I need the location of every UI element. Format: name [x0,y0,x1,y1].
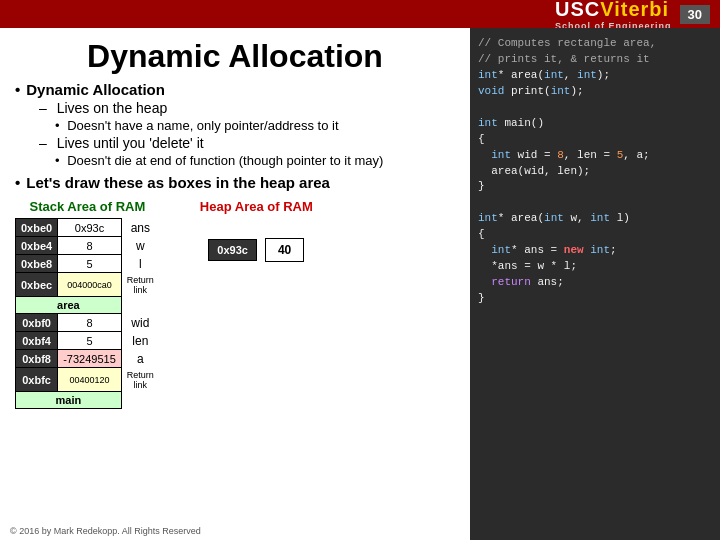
top-bar: USCViterbi School of Engineering 30 [0,0,720,28]
table-row: 0xbf4 5 len [16,332,160,350]
label-return2: Returnlink [121,368,159,392]
val-8b: 8 [58,314,122,332]
addr-0xbf4: 0xbf4 [16,332,58,350]
val-5a: 5 [58,255,122,273]
val-return1: 004000ca0 [58,273,122,297]
val-return2: 00400120 [58,368,122,392]
bullet-dynamic-allocation: Dynamic Allocation [15,81,455,98]
footer: © 2016 by Mark Redekopp. All Rights Rese… [10,526,201,536]
stack-section: Stack Area of RAM 0xbe0 0x93c ans 0xbe4 … [15,199,160,409]
code-line-9: area(wid, len); [478,164,712,180]
table-row: 0xbe4 8 w [16,237,160,255]
heap-address: 0x93c [208,239,257,261]
table-row: 0xbe8 5 l [16,255,160,273]
addr-0xbe4: 0xbe4 [16,237,58,255]
heap-value: 40 [265,238,304,262]
label-l: l [121,255,159,273]
section-divider-main: main [16,392,160,409]
page-title: Dynamic Allocation [87,38,383,74]
table-row: 0xbec 004000ca0 Returnlink [16,273,160,297]
code-line-3: int* area(int, int); [478,68,712,84]
heap-section: Heap Area of RAM 0x93c 40 [200,199,313,262]
dash-lives-heap: Lives on the heap [39,100,455,116]
slide-number: 30 [680,5,710,24]
code-line-7: { [478,132,712,148]
heap-box: 0x93c 40 [208,238,304,262]
code-line-1: // Computes rectangle area, [478,36,712,52]
code-line-8: int wid = 8, len = 5, a; [478,148,712,164]
code-line-2: // prints it, & returns it [478,52,712,68]
sub-doesnt-die: Doesn't die at end of function (though p… [55,153,455,168]
addr-0xbf0: 0xbf0 [16,314,58,332]
addr-0xbf8: 0xbf8 [16,350,58,368]
label-ans: ans [121,219,159,237]
val-8a: 8 [58,237,122,255]
code-line-10: } [478,179,712,195]
code-line-17: } [478,291,712,307]
label-len: len [121,332,159,350]
label-a: a [121,350,159,368]
bullet-draw-boxes: Let's draw these as boxes in the heap ar… [15,174,455,191]
sub-no-name: Doesn't have a name, only pointer/addres… [55,118,455,133]
right-panel: // Computes rectangle area, // prints it… [470,28,720,540]
diagram-area: Stack Area of RAM 0xbe0 0x93c ans 0xbe4 … [15,199,455,409]
table-row: 0xbfc 00400120 Returnlink [16,368,160,392]
addr-0xbe0: 0xbe0 [16,219,58,237]
main-content: Dynamic Allocation Dynamic Allocation Li… [0,28,720,540]
val-0x93c: 0x93c [58,219,122,237]
code-line-12: int* area(int w, int l) [478,211,712,227]
code-line-16: return ans; [478,275,712,291]
code-line-4: void print(int); [478,84,712,100]
usc-logo: USCViterbi School of Engineering [555,0,672,31]
page-title-container: Dynamic Allocation [15,38,455,75]
left-panel: Dynamic Allocation Dynamic Allocation Li… [0,28,470,540]
addr-0xbfc: 0xbfc [16,368,58,392]
code-line-13: { [478,227,712,243]
table-row: 0xbf8 -73249515 a [16,350,160,368]
stack-title: Stack Area of RAM [30,199,146,214]
addr-0xbec: 0xbec [16,273,58,297]
code-line-15: *ans = w * l; [478,259,712,275]
table-row: 0xbe0 0x93c ans [16,219,160,237]
code-line-5 [478,100,712,116]
label-return1: Returnlink [121,273,159,297]
section-divider-area: area [16,297,160,314]
dash-lives-until-delete: Lives until you 'delete' it [39,135,455,151]
label-w: w [121,237,159,255]
section-area-label: area [16,297,122,314]
table-row: 0xbf0 8 wid [16,314,160,332]
heap-title: Heap Area of RAM [200,199,313,214]
section-main-label: main [16,392,122,409]
addr-0xbe8: 0xbe8 [16,255,58,273]
label-wid: wid [121,314,159,332]
code-line-14: int* ans = new int; [478,243,712,259]
code-line-6: int main() [478,116,712,132]
code-line-11 [478,195,712,211]
val-neg: -73249515 [58,350,122,368]
val-5b: 5 [58,332,122,350]
stack-table: 0xbe0 0x93c ans 0xbe4 8 w 0xbe8 5 l [15,218,160,409]
